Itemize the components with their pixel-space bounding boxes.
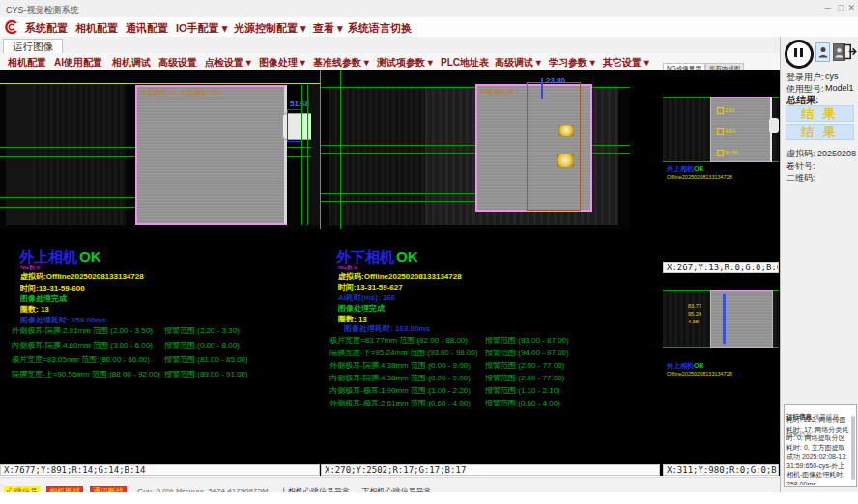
left-code: 虚拟码:Offline20250208133134728 [20, 271, 144, 282]
login-user-value: cys [825, 71, 839, 81]
close-button[interactable]: ✕ [847, 3, 855, 13]
title-bar: CYS-视觉检测系统 ─ □ ✕ [0, 0, 858, 18]
mid-camera-image[interactable]: AI检测区域 23.80 [321, 70, 660, 229]
measure-rect [287, 109, 302, 142]
alarm-range: 报警范围:(83.00 - 87.00) [485, 335, 569, 346]
tool-plc-address[interactable]: PLC地址表 [441, 56, 489, 70]
vcode-value: 20250208 [817, 149, 856, 158]
ng-view-2[interactable]: 83.77 95.24 4.38 外上相机OK Offline202502081… [663, 274, 779, 464]
app-logo-icon [4, 19, 19, 35]
model-value: Model1 [825, 83, 854, 93]
measurement: 外侧极耳-隔膜:4.38mm 范围:(0.00 - 9.00) [329, 360, 471, 371]
result-ok: OK [694, 362, 704, 369]
cell-roi: 灰度阈值:93, 动态阈值:100 [135, 85, 287, 225]
overlay-line [301, 85, 302, 225]
overlay-line [321, 201, 485, 202]
alarm-range: 报警范围:(2.00 - 77.00) [485, 373, 564, 383]
menu-view[interactable]: 查看 ▾ [313, 21, 343, 36]
cell-roi [710, 290, 773, 348]
coord-bar-ng2: X:311;Y:980;R:0;G:0;B:0 [663, 464, 779, 476]
tool-ai-use-config[interactable]: AI使用配置 [54, 56, 102, 70]
marker-rect [717, 128, 724, 135]
menu-light-config[interactable]: 光源控制配置 ▾ [234, 21, 306, 36]
info-scrollbar[interactable] [851, 416, 855, 480]
alarm-range: 报警范围:(81.00 - 85.00) [164, 354, 248, 365]
alarm-range: 报警范围:(0.60 - 4.00) [485, 398, 560, 408]
tool-image-process[interactable]: 图像处理 ▾ [259, 56, 305, 70]
connector-blob [769, 118, 779, 133]
menu-io-config[interactable]: IO手配置 ▾ [176, 21, 227, 36]
overlay-line [321, 193, 485, 194]
tool-learn-param[interactable]: 学习参数 ▾ [549, 56, 595, 70]
menu-bar: 系统配置 相机配置 通讯配置 IO手配置 ▾ 光源控制配置 ▾ 查看 ▾ 系统语… [0, 17, 858, 38]
info-tabs: 运行信息设置信息报警信息 [786, 406, 854, 415]
coord-bar-ng1: X:267;Y:13;R:0;G:0;B:0 [663, 262, 779, 273]
exit-button[interactable] [841, 41, 858, 63]
measure-value-overlay: 23.80 [546, 76, 565, 85]
tab-strip: 运行图像 [0, 37, 780, 54]
tool-test-param[interactable]: 测试项参数 ▾ [377, 56, 433, 70]
menu-comm-config[interactable]: 通讯配置 [126, 21, 168, 36]
camera-name: 外上相机 [667, 165, 694, 172]
tool-adv-debug[interactable]: 高级调试 ▾ [495, 56, 541, 70]
exit-door-icon [842, 42, 858, 61]
mid-proc-time: 图像处理耗时: 163.00ms [344, 323, 430, 334]
ng-view-tabs: NG成像显示所有内成图宽幅内成图 [663, 57, 779, 70]
left-count: 圈数: 13 [20, 304, 49, 315]
small-view-code: Offline20250208133134728 [667, 371, 732, 377]
measurement: 极片宽度=83.05mm 范围:(80.00 - 86.00) [12, 354, 150, 365]
result-ok: OK [396, 248, 418, 265]
control-panel: 登录用户: cys 使用型号: Model1 总结果: 结 果 结 果 虚拟码:… [780, 37, 858, 492]
user-icon [818, 46, 828, 58]
result-box-1: 结 果 [786, 105, 854, 122]
menu-system-config[interactable]: 系统配置 [25, 21, 68, 36]
user-button[interactable] [815, 42, 830, 62]
overlay-line [0, 83, 320, 84]
vcode-label: 虚拟码: 20250208 [786, 148, 856, 160]
small-view-title: 外上相机OK [667, 361, 704, 371]
ai-region-label: AI检测区域 [480, 87, 514, 97]
tool-baseline-param[interactable]: 基准线参数 ▾ [313, 56, 369, 70]
image-band [630, 70, 660, 229]
tool-other-settings[interactable]: 其它设置 ▾ [603, 56, 649, 70]
maximize-button[interactable]: □ [839, 3, 844, 13]
measure-rect [723, 294, 726, 344]
marker-label: 4.60 [725, 128, 735, 134]
tool-spot-check[interactable]: 点检设置 ▾ [205, 56, 251, 70]
tool-advanced-set[interactable]: 高级设置 [158, 56, 197, 70]
alarm-range: 报警范围:(89.00 - 91.00) [164, 369, 248, 379]
small-view-code: Offline20250208133134728 [667, 174, 732, 180]
camera-name: 外上相机 [667, 362, 694, 369]
overlay-line [0, 207, 135, 208]
tool-camera-debug[interactable]: 相机调试 [112, 56, 151, 70]
marker-rect [717, 107, 724, 114]
pause-button[interactable] [785, 40, 814, 69]
marker-label: 90.56 [725, 150, 738, 155]
alarm-range: 报警范围:(2.20 - 3.30) [164, 325, 240, 336]
mid-code: 虚拟码:Offline20250208133134728 [338, 271, 462, 282]
image-band [6, 84, 33, 225]
menu-camera-config[interactable]: 相机配置 [75, 21, 118, 36]
left-done: 图像处理完成 [20, 294, 67, 304]
measure-rect [541, 78, 543, 99]
result-box-2: 结 果 [786, 124, 854, 140]
camera-name: 外下相机 [336, 248, 394, 265]
pause-icon [800, 48, 803, 57]
main-area: 灰度阈值:93, 动态阈值:100 51.68 AI检测区域 2 [0, 70, 780, 476]
left-camera-image[interactable]: 灰度阈值:93, 动态阈值:100 51.68 [0, 70, 320, 229]
window-title: CYS-视觉检测系统 [6, 4, 79, 16]
vcode-label-text: 虚拟码: [786, 149, 815, 158]
minimize-button[interactable]: ─ [825, 3, 831, 13]
measurement: 隔膜宽度-下=95.24mm 范围:(93.00 - 98.00) [329, 348, 478, 358]
ng-view-1[interactable]: 2.91 4.60 90.56 外上相机OK Offline2025020813… [663, 70, 779, 262]
coord-bar-left: X:7677;Y:891;R:14;G:14;B:14 [0, 464, 320, 476]
app-window: CYS-视觉检测系统 ─ □ ✕ 系统配置 相机配置 通讯配置 IO手配置 ▾ … [0, 0, 858, 504]
info-box: 运行信息设置信息报警信息 耗时: 222, 网络传图耗时: 17, 网络分类耗时… [784, 404, 857, 487]
pause-icon [794, 48, 797, 57]
menu-language-switch[interactable]: 系统语言切换 [348, 21, 412, 36]
alarm-range: 报警范围:(1.10 - 2.10) [485, 385, 560, 396]
mid-ai-time: AI耗时(ms): 166 [338, 293, 395, 303]
secondary-roi [527, 82, 581, 211]
tool-camera-config[interactable]: 相机配置 [8, 56, 46, 70]
measurement: 隔膜宽度-上=90.56mm 范围:(88.00 - 92.00) [12, 369, 160, 379]
